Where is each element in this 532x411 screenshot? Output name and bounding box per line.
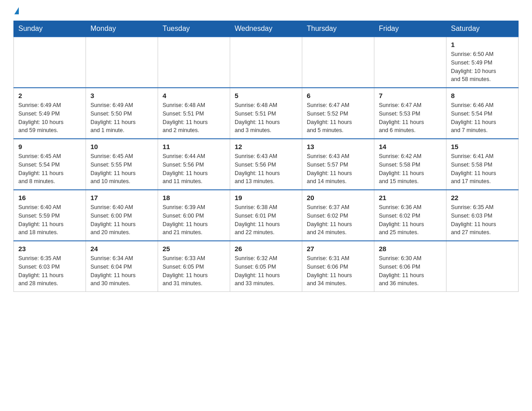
day-info: Sunrise: 6:32 AMSunset: 6:05 PMDaylight:… — [235, 254, 297, 288]
table-row: 10Sunrise: 6:45 AMSunset: 5:55 PMDayligh… — [86, 139, 158, 190]
day-info: Sunrise: 6:45 AMSunset: 5:54 PMDaylight:… — [18, 152, 81, 186]
day-info: Sunrise: 6:48 AMSunset: 5:51 PMDaylight:… — [235, 101, 297, 135]
table-row — [230, 37, 302, 88]
day-number: 9 — [18, 143, 81, 150]
table-row: 26Sunrise: 6:32 AMSunset: 6:05 PMDayligh… — [230, 241, 302, 292]
day-number: 19 — [235, 194, 297, 201]
week-row-4: 16Sunrise: 6:40 AMSunset: 5:59 PMDayligh… — [14, 190, 519, 241]
day-info: Sunrise: 6:39 AMSunset: 6:00 PMDaylight:… — [163, 203, 225, 237]
table-row: 1Sunrise: 6:50 AMSunset: 5:49 PMDaylight… — [446, 37, 519, 88]
day-number: 21 — [379, 194, 442, 201]
day-number: 25 — [163, 245, 225, 253]
day-info: Sunrise: 6:33 AMSunset: 6:05 PMDaylight:… — [163, 254, 225, 288]
calendar-table: Sunday Monday Tuesday Wednesday Thursday… — [13, 21, 519, 292]
day-number: 10 — [90, 143, 153, 150]
day-number: 1 — [451, 41, 514, 48]
day-info: Sunrise: 6:37 AMSunset: 6:02 PMDaylight:… — [307, 203, 369, 237]
day-number: 20 — [307, 194, 369, 201]
weekday-header-row: Sunday Monday Tuesday Wednesday Thursday… — [14, 21, 519, 37]
table-row: 6Sunrise: 6:47 AMSunset: 5:52 PMDaylight… — [302, 88, 374, 139]
table-row: 23Sunrise: 6:35 AMSunset: 6:03 PMDayligh… — [14, 241, 86, 292]
table-row: 28Sunrise: 6:30 AMSunset: 6:06 PMDayligh… — [374, 241, 446, 292]
header-sunday: Sunday — [14, 21, 86, 37]
table-row — [302, 37, 374, 88]
week-row-2: 2Sunrise: 6:49 AMSunset: 5:49 PMDaylight… — [14, 88, 519, 139]
day-number: 5 — [235, 92, 297, 99]
day-number: 26 — [235, 245, 297, 253]
day-info: Sunrise: 6:45 AMSunset: 5:55 PMDaylight:… — [90, 152, 153, 186]
day-info: Sunrise: 6:35 AMSunset: 6:03 PMDaylight:… — [18, 254, 81, 288]
table-row: 3Sunrise: 6:49 AMSunset: 5:50 PMDaylight… — [86, 88, 158, 139]
table-row: 15Sunrise: 6:41 AMSunset: 5:58 PMDayligh… — [446, 139, 519, 190]
day-number: 11 — [163, 143, 225, 150]
table-row: 25Sunrise: 6:33 AMSunset: 6:05 PMDayligh… — [158, 241, 230, 292]
day-info: Sunrise: 6:44 AMSunset: 5:56 PMDaylight:… — [163, 152, 225, 186]
day-number: 6 — [307, 92, 369, 99]
day-number: 17 — [90, 194, 153, 201]
day-info: Sunrise: 6:46 AMSunset: 5:54 PMDaylight:… — [451, 101, 514, 135]
table-row: 17Sunrise: 6:40 AMSunset: 6:00 PMDayligh… — [86, 190, 158, 241]
table-row — [158, 37, 230, 88]
table-row — [374, 37, 446, 88]
day-number: 8 — [451, 92, 514, 99]
table-row: 24Sunrise: 6:34 AMSunset: 6:04 PMDayligh… — [86, 241, 158, 292]
table-row: 22Sunrise: 6:35 AMSunset: 6:03 PMDayligh… — [446, 190, 519, 241]
day-number: 18 — [163, 194, 225, 201]
day-info: Sunrise: 6:42 AMSunset: 5:58 PMDaylight:… — [379, 152, 442, 186]
day-info: Sunrise: 6:49 AMSunset: 5:49 PMDaylight:… — [18, 101, 81, 135]
table-row: 11Sunrise: 6:44 AMSunset: 5:56 PMDayligh… — [158, 139, 230, 190]
day-info: Sunrise: 6:35 AMSunset: 6:03 PMDaylight:… — [451, 203, 514, 237]
header-saturday: Saturday — [446, 21, 519, 37]
table-row: 19Sunrise: 6:38 AMSunset: 6:01 PMDayligh… — [230, 190, 302, 241]
day-number: 12 — [235, 143, 297, 150]
day-info: Sunrise: 6:34 AMSunset: 6:04 PMDaylight:… — [90, 254, 153, 288]
day-number: 13 — [307, 143, 369, 150]
day-number: 23 — [18, 245, 81, 253]
table-row — [86, 37, 158, 88]
day-info: Sunrise: 6:43 AMSunset: 5:57 PMDaylight:… — [307, 152, 369, 186]
table-row — [14, 37, 86, 88]
day-number: 28 — [379, 245, 442, 253]
table-row: 7Sunrise: 6:47 AMSunset: 5:53 PMDaylight… — [374, 88, 446, 139]
day-info: Sunrise: 6:43 AMSunset: 5:56 PMDaylight:… — [235, 152, 297, 186]
table-row: 16Sunrise: 6:40 AMSunset: 5:59 PMDayligh… — [14, 190, 86, 241]
week-row-5: 23Sunrise: 6:35 AMSunset: 6:03 PMDayligh… — [14, 241, 519, 292]
day-info: Sunrise: 6:47 AMSunset: 5:53 PMDaylight:… — [379, 101, 442, 135]
table-row: 12Sunrise: 6:43 AMSunset: 5:56 PMDayligh… — [230, 139, 302, 190]
header-tuesday: Tuesday — [158, 21, 230, 37]
day-number: 22 — [451, 194, 514, 201]
week-row-1: 1Sunrise: 6:50 AMSunset: 5:49 PMDaylight… — [14, 37, 519, 88]
table-row: 27Sunrise: 6:31 AMSunset: 6:06 PMDayligh… — [302, 241, 374, 292]
day-info: Sunrise: 6:30 AMSunset: 6:06 PMDaylight:… — [379, 254, 442, 288]
table-row: 2Sunrise: 6:49 AMSunset: 5:49 PMDaylight… — [14, 88, 86, 139]
header-thursday: Thursday — [302, 21, 374, 37]
table-row: 21Sunrise: 6:36 AMSunset: 6:02 PMDayligh… — [374, 190, 446, 241]
day-info: Sunrise: 6:31 AMSunset: 6:06 PMDaylight:… — [307, 254, 369, 288]
table-row: 13Sunrise: 6:43 AMSunset: 5:57 PMDayligh… — [302, 139, 374, 190]
day-number: 3 — [90, 92, 153, 99]
header-wednesday: Wednesday — [230, 21, 302, 37]
table-row: 5Sunrise: 6:48 AMSunset: 5:51 PMDaylight… — [230, 88, 302, 139]
logo-triangle-icon — [14, 7, 19, 14]
day-info: Sunrise: 6:40 AMSunset: 6:00 PMDaylight:… — [90, 203, 153, 237]
day-info: Sunrise: 6:50 AMSunset: 5:49 PMDaylight:… — [451, 50, 514, 84]
table-row: 14Sunrise: 6:42 AMSunset: 5:58 PMDayligh… — [374, 139, 446, 190]
day-info: Sunrise: 6:36 AMSunset: 6:02 PMDaylight:… — [379, 203, 442, 237]
header-friday: Friday — [374, 21, 446, 37]
page-header — [13, 9, 519, 16]
table-row: 8Sunrise: 6:46 AMSunset: 5:54 PMDaylight… — [446, 88, 519, 139]
table-row: 18Sunrise: 6:39 AMSunset: 6:00 PMDayligh… — [158, 190, 230, 241]
day-number: 14 — [379, 143, 442, 150]
day-number: 4 — [163, 92, 225, 99]
logo — [13, 9, 19, 16]
day-info: Sunrise: 6:41 AMSunset: 5:58 PMDaylight:… — [451, 152, 514, 186]
table-row: 4Sunrise: 6:48 AMSunset: 5:51 PMDaylight… — [158, 88, 230, 139]
day-info: Sunrise: 6:38 AMSunset: 6:01 PMDaylight:… — [235, 203, 297, 237]
day-number: 7 — [379, 92, 442, 99]
day-info: Sunrise: 6:48 AMSunset: 5:51 PMDaylight:… — [163, 101, 225, 135]
table-row: 20Sunrise: 6:37 AMSunset: 6:02 PMDayligh… — [302, 190, 374, 241]
day-number: 15 — [451, 143, 514, 150]
day-number: 2 — [18, 92, 81, 99]
day-number: 16 — [18, 194, 81, 201]
day-number: 24 — [90, 245, 153, 253]
